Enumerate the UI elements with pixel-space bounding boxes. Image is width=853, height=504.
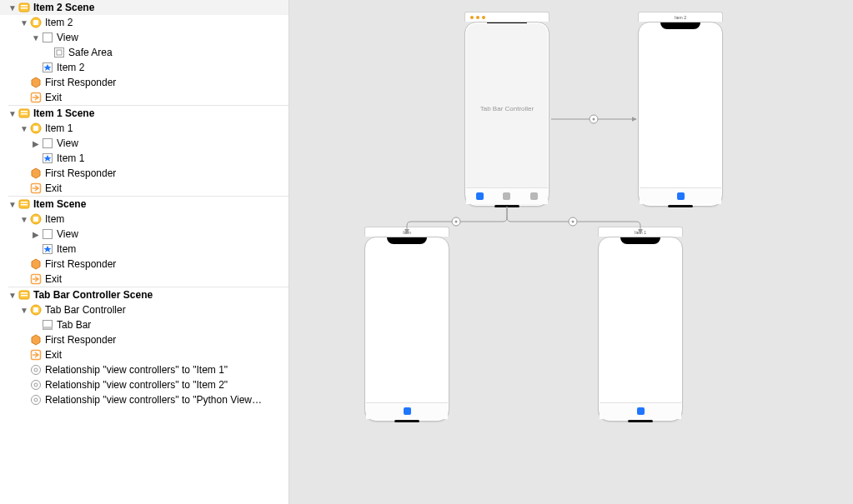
tab-item-icon [503, 192, 510, 200]
outline-label: First Responder [45, 167, 116, 179]
chevron-down-icon[interactable]: ▼ [32, 33, 40, 42]
outline-row[interactable]: Item [0, 242, 289, 257]
view-controller-icon [30, 213, 42, 225]
outline-row[interactable]: Exit [0, 181, 289, 196]
scene-item-1[interactable]: Item 1 [598, 227, 683, 422]
tab-bar-item-icon [42, 152, 53, 164]
outline-row[interactable]: ▼View [0, 30, 289, 45]
storyboard-scene-icon [18, 107, 30, 119]
outline-label: First Responder [45, 334, 116, 346]
outline-row[interactable]: ▼Item 2 [0, 15, 289, 30]
window-dots [470, 16, 485, 19]
svg-rect-2 [21, 7, 28, 9]
outline-row[interactable]: Relationship "view controllers" to "Pyth… [0, 392, 289, 407]
outline-row[interactable]: Item 2 [0, 60, 289, 75]
outline-label: Relationship "view controllers" to "Item… [45, 379, 228, 391]
outline-label: Exit [45, 92, 62, 103]
outline-label: Item 2 Scene [33, 2, 94, 13]
tab-bar-item-icon [42, 243, 53, 255]
svg-rect-22 [21, 204, 28, 206]
outline-label: First Responder [45, 77, 116, 88]
outline-row[interactable]: Item 1 [0, 151, 289, 166]
svg-rect-21 [21, 202, 28, 203]
outline-scene-header[interactable]: ▼Tab Bar Controller Scene [0, 287, 289, 302]
chevron-down-icon[interactable]: ▼ [20, 18, 28, 27]
view-controller-icon [30, 17, 42, 28]
svg-rect-4 [33, 20, 38, 25]
storyboard-scene-icon [18, 198, 30, 210]
svg-rect-33 [33, 307, 38, 312]
outline-label: View [57, 137, 78, 149]
first-responder-icon [30, 167, 42, 179]
home-indicator [628, 420, 653, 422]
home-indicator [394, 420, 419, 422]
outline-scene-header[interactable]: ▼Item 2 Scene [0, 0, 289, 15]
outline-label: Item 2 [57, 62, 84, 73]
tab-bar [600, 402, 681, 419]
chevron-down-icon[interactable]: ▼ [8, 3, 17, 12]
outline-row[interactable]: Tab Bar [0, 317, 289, 332]
exit-icon [30, 273, 42, 285]
chevron-down-icon[interactable]: ▼ [20, 215, 28, 224]
exit-icon [30, 349, 42, 361]
view-icon [42, 32, 53, 43]
outline-row[interactable]: Exit [0, 90, 289, 105]
outline-row[interactable]: First Responder [0, 332, 289, 347]
tab-bar [366, 402, 448, 419]
document-outline[interactable]: ▼Item 2 Scene▼Item 2▼ViewSafe AreaItem 2… [0, 0, 289, 504]
chevron-down-icon[interactable]: ▼ [20, 124, 28, 133]
tab-item-icon [476, 192, 484, 200]
tab-item-icon [637, 407, 645, 415]
storyboard-canvas[interactable]: Tab Bar Controller Item 2 [289, 0, 853, 504]
safe-area-icon [53, 47, 65, 58]
outline-row[interactable]: First Responder [0, 166, 289, 181]
outline-row[interactable]: ▼Tab Bar Controller [0, 302, 289, 317]
scene-tab-bar-controller[interactable]: Tab Bar Controller [464, 12, 549, 207]
outline-label: Item 1 [45, 122, 73, 134]
chevron-down-icon[interactable]: ▼ [8, 109, 17, 118]
chevron-down-icon[interactable]: ▼ [8, 291, 17, 300]
chevron-down-icon[interactable]: ▼ [8, 200, 17, 209]
outline-label: Exit [45, 273, 62, 285]
outline-row[interactable]: Safe Area [0, 45, 289, 60]
scene-title-bar: Item 1 [598, 227, 683, 237]
outline-row[interactable]: Relationship "view controllers" to "Item… [0, 377, 289, 392]
outline-label: Item Scene [33, 198, 86, 210]
chevron-right-icon[interactable]: ▶ [32, 230, 40, 239]
scene-title-bar: Item [364, 227, 449, 237]
outline-label: Tab Bar Controller Scene [33, 289, 153, 301]
outline-row[interactable]: Exit [0, 347, 289, 362]
view-controller-icon [30, 122, 42, 134]
svg-rect-5 [43, 33, 53, 42]
view-icon [42, 137, 53, 149]
scene-item-2[interactable]: Item 2 [638, 12, 723, 207]
chevron-right-icon[interactable]: ▶ [32, 139, 40, 148]
outline-row[interactable]: ▼Item 1 [0, 121, 289, 136]
first-responder-icon [30, 334, 42, 346]
outline-row[interactable]: Relationship "view controllers" to "Item… [0, 362, 289, 377]
outline-row[interactable]: ▶View [0, 227, 289, 242]
svg-point-45 [593, 118, 595, 121]
outline-scene-header[interactable]: ▼Item Scene [0, 197, 289, 212]
svg-rect-13 [21, 113, 28, 115]
view-controller-icon [30, 304, 42, 316]
storyboard-scene-icon [18, 289, 30, 301]
chevron-down-icon[interactable]: ▼ [20, 306, 28, 315]
outline-label: Tab Bar [57, 319, 91, 331]
outline-row[interactable]: ▶View [0, 136, 289, 151]
outline-label: Item 1 Scene [33, 107, 94, 119]
outline-row[interactable]: First Responder [0, 257, 289, 272]
outline-row[interactable]: Exit [0, 272, 289, 287]
svg-point-50 [569, 217, 577, 226]
relationship-icon [30, 379, 42, 391]
tab-item-icon [530, 192, 538, 200]
outline-scene-header[interactable]: ▼Item 1 Scene [0, 106, 289, 121]
outline-row[interactable]: First Responder [0, 75, 289, 90]
tab-bar-icon [42, 319, 53, 331]
phone-notch [660, 22, 700, 29]
first-responder-icon [30, 258, 42, 270]
svg-point-41 [32, 396, 41, 405]
scene-item[interactable]: Item [364, 227, 449, 422]
home-indicator [668, 205, 693, 207]
outline-row[interactable]: ▼Item [0, 212, 289, 227]
